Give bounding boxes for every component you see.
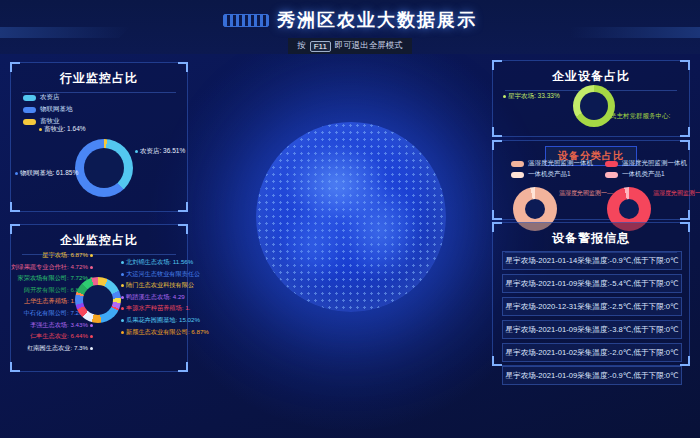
chart-callout-label: 陆门生态农业科技有限公 (121, 281, 194, 290)
legend-item[interactable]: 温湿度光照监测一体机 (511, 159, 593, 168)
alarm-row[interactable]: 星宇农场-2021-01-02采集温度:-2.0℃,低于下限:0℃ (502, 343, 682, 362)
device-class-legend: 温湿度光照监测一体机一体机类产品1 (511, 159, 593, 179)
chart-callout-label: 刘绿果蔬专业合作社: 4.72% (11, 263, 93, 272)
chart-callout-label: 民主村党群服务中心: (605, 112, 670, 121)
legend-swatch (23, 119, 36, 125)
callout-dot-icon (121, 284, 124, 287)
fullscreen-hint: 按 F11 即可退出全屏模式 (0, 38, 700, 54)
chart-callout-label: 新颜生态农业有限公司: 6.87% (121, 328, 209, 337)
legend-item[interactable]: 一体机类产品1 (511, 170, 593, 179)
legend-swatch (23, 95, 36, 101)
callout-dot-icon (39, 128, 42, 131)
industry-legend: 农资店物联网基地畜牧业 (23, 93, 73, 126)
globe-continents (256, 122, 446, 312)
hint-suffix: 即可退出全屏模式 (335, 40, 403, 52)
chart-callout-label: 农资店: 36.51% (135, 147, 185, 156)
callout-dot-icon (15, 172, 18, 175)
panel-title: 行业监控占比 (22, 63, 177, 93)
page-title: 秀洲区农业大数据展示 (277, 8, 477, 32)
callout-dot-icon (90, 335, 93, 338)
chart-callout-label: 李强生态农场: 3.43% (30, 321, 93, 330)
chart-callout-label: 星宇农场: 6.87% (42, 251, 93, 260)
legend-swatch (23, 107, 36, 113)
callout-dot-icon (121, 273, 124, 276)
callout-dot-icon (90, 347, 93, 350)
chart-callout-label: 物联网基地: 61.85% (15, 169, 78, 178)
industry-monitor-panel: 行业监控占比 农资店物联网基地畜牧业 畜牧业: 1.64%农资店: 36.51%… (10, 62, 188, 212)
device-class-legend: 温湿度光照监测一体机一体机类产品1 (605, 159, 687, 179)
industry-donut-chart[interactable] (75, 139, 133, 197)
enterprise-donut-chart[interactable] (75, 277, 121, 323)
alarm-list: 星宇农场-2021-01-14采集温度:-0.9℃,低于下限:0℃星宇农场-20… (502, 251, 682, 385)
chart-callout-label: 家荣农场有限公司: 7.72% (18, 274, 93, 283)
callout-dot-icon (90, 254, 93, 257)
enterprise-monitor-panel: 企业监控占比 星宇农场: 6.87%刘绿果蔬专业合作社: 4.72%家荣农场有限… (10, 224, 188, 372)
callout-dot-icon (121, 261, 124, 264)
legend-swatch (511, 172, 524, 178)
device-class-chart-right: 温湿度光照监测一体机一体机类产品1 温湿度光照监测一— (595, 157, 694, 219)
logo-badge-icon (223, 14, 269, 27)
device-class-chart-left: 温湿度光照监测一体机一体机类产品1 温湿度光照监测一— (501, 157, 600, 219)
callout-dot-icon (121, 296, 124, 299)
callout-dot-icon (605, 115, 608, 118)
device-class-panel: 设备分类占比 温湿度光照监测一体机一体机类产品1 温湿度光照监测一— 温湿度光照… (492, 140, 690, 220)
hint-prefix: 按 (297, 40, 306, 52)
callout-dot-icon (121, 307, 124, 310)
callout-dot-icon (121, 319, 124, 322)
legend-swatch (511, 161, 524, 167)
device-ratio-panel: 企业设备占比 星宇农场: 33.33%民主村党群服务中心: (492, 60, 690, 137)
chart-callout-label: 大运河生态牧业有限责任公 (121, 270, 200, 279)
header: 秀洲区农业大数据展示 按 F11 即可退出全屏模式 (0, 0, 700, 54)
device-alarm-panel: 设备警报信息 星宇农场-2021-01-14采集温度:-0.9℃,低于下限:0℃… (492, 222, 690, 366)
callout-dot-icon (135, 150, 138, 153)
callout-dot-icon (121, 331, 124, 334)
legend-item[interactable]: 农资店 (23, 93, 73, 102)
enterprise-labels-right: 北刘锦生态农场: 11.56%大运河生态牧业有限责任公陆门生态农业科技有限公鸭踏… (121, 258, 216, 337)
alarm-row[interactable]: 星宇农场-2020-12-31采集温度:-2.5℃,低于下限:0℃ (502, 297, 682, 316)
legend-item[interactable]: 物联网基地 (23, 105, 73, 114)
chart-callout-label: 红南园生态农业: 7.3% (27, 344, 93, 353)
chart-callout-label: 星宇农场: 33.33% (503, 92, 560, 101)
dashboard: 秀洲区农业大数据展示 按 F11 即可退出全屏模式 行业监控占比 农资店物联网基… (0, 0, 700, 438)
legend-swatch (605, 172, 618, 178)
callout-dot-icon (503, 95, 506, 98)
chart-callout-label: 丰源水产种苗养殖场: 1. (121, 304, 190, 313)
alarm-row[interactable]: 星宇农场-2021-01-09采集温度:-3.8℃,低于下限:0℃ (502, 320, 682, 339)
chart-callout-label: 瓜果花卉园圃基地: 15.02% (121, 316, 200, 325)
alarm-row[interactable]: 星宇农场-2021-01-14采集温度:-0.9℃,低于下限:0℃ (502, 251, 682, 270)
device-class-callout: 温湿度光照监测一— (653, 189, 700, 198)
chart-callout-label: 仁丰生态农业: 6.44% (30, 332, 93, 341)
chart-callout-label: 鸭踏溪生态农场: 4.29 (121, 293, 185, 302)
alarm-row[interactable]: 星宇农场-2021-01-09采集温度:-0.9℃,低于下限:0℃ (502, 366, 682, 385)
callout-dot-icon (90, 324, 93, 327)
chart-callout-label: 畜牧业: 1.64% (39, 125, 86, 134)
legend-item[interactable]: 温湿度光照监测一体机 (605, 159, 687, 168)
chart-callout-label: 北刘锦生态农场: 11.56% (121, 258, 193, 267)
panel-title: 设备警报信息 (505, 223, 677, 253)
alarm-row[interactable]: 星宇农场-2021-01-09采集温度:-5.4℃,低于下限:0℃ (502, 274, 682, 293)
legend-item[interactable]: 一体机类产品1 (605, 170, 687, 179)
f11-key: F11 (310, 41, 331, 52)
callout-dot-icon (90, 266, 93, 269)
globe-visualization (256, 122, 446, 312)
legend-swatch (605, 161, 618, 167)
